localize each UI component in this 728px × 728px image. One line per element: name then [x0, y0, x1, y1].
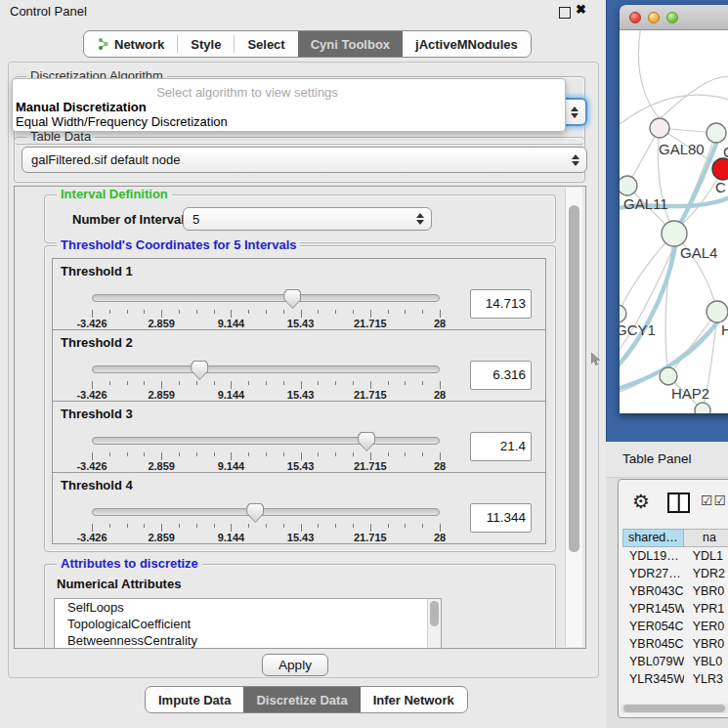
node-label-gcy1: GCY1 [620, 321, 656, 338]
node-gal4[interactable] [662, 221, 687, 246]
panel-scrollbar[interactable] [565, 188, 582, 647]
cell-shared-name[interactable]: YDR27… [622, 565, 684, 582]
table-row[interactable]: YDR27…YDR2 [622, 565, 728, 582]
node-table: shared… na YDL19…YDL1YDR27…YDR2YBR043CYB… [622, 529, 728, 687]
tab-infer-network[interactable]: Infer Network [361, 687, 467, 712]
cell-name[interactable]: YBL0 [684, 653, 728, 670]
threshold-4-value-field[interactable]: 11.344 [470, 503, 532, 533]
threshold-1-value-field[interactable]: 14.713 [470, 289, 532, 319]
slider-thumb[interactable] [358, 432, 375, 451]
cell-shared-name[interactable]: YBR043C [622, 582, 684, 600]
node-label-gal80: GAL80 [659, 141, 705, 157]
slider-thumb[interactable] [246, 503, 264, 523]
cell-shared-name[interactable]: YER054C [622, 618, 684, 635]
table-row[interactable]: YPR145WYPR1 [622, 600, 728, 618]
cell-shared-name[interactable]: YBR045C [622, 635, 684, 653]
cell-name[interactable]: YPR1 [684, 600, 728, 618]
network-canvas[interactable]: GAL80 GA C GAL11 GAL4 GCY1 HA HAP2 [620, 30, 728, 413]
close-traffic-light-icon[interactable] [629, 12, 641, 23]
table-data-group-title: Table Data [26, 130, 95, 144]
attributes-scrollbar-thumb[interactable] [430, 601, 439, 626]
threshold-4-slider[interactable]: -3.4262.8599.14415.4321.71528 [92, 502, 440, 541]
threshold-1-slider[interactable]: -3.4262.8599.14415.4321.71528 [92, 288, 440, 327]
threshold-3-panel: Threshold 3 -3.4262.8599.14415.4321.7152… [52, 401, 546, 473]
node-bottom[interactable] [695, 403, 710, 413]
threshold-4-label: Threshold 4 [61, 478, 133, 492]
node-gcy1[interactable] [620, 305, 626, 322]
column-header-shared-name[interactable]: shared… [622, 529, 684, 547]
table-data-combobox[interactable]: galFiltered.sif default node [21, 147, 587, 173]
cell-name[interactable]: YBR0 [684, 635, 728, 653]
tab-style[interactable]: Style [178, 31, 234, 57]
float-window-icon[interactable] [559, 7, 571, 19]
node-label-center-right: C [715, 179, 726, 195]
columns-icon[interactable] [667, 492, 690, 513]
cell-name[interactable]: YDR2 [684, 565, 728, 582]
slider-thumb[interactable] [191, 361, 208, 380]
node-right-mid[interactable] [707, 301, 728, 322]
slider-track[interactable] [92, 294, 440, 302]
slider-track[interactable] [92, 437, 440, 445]
slider-thumb[interactable] [283, 289, 301, 309]
mouse-cursor [591, 353, 601, 366]
threshold-3-value-field[interactable]: 21.4 [470, 432, 532, 461]
close-icon[interactable]: ✖ [576, 2, 586, 17]
table-row[interactable]: YER054CYER0 [622, 618, 728, 635]
slider-scale-labels: -3.4262.8599.14415.4321.71528 [92, 318, 440, 329]
attribute-item[interactable]: SelfLoops [55, 599, 441, 616]
attribute-rows: SelfLoopsTopologicalCoefficientBetweenne… [55, 599, 441, 649]
cell-name[interactable]: YDL1 [684, 547, 728, 565]
slider-ticks [92, 381, 440, 389]
table-row[interactable]: YBR043CYBR0 [622, 582, 728, 600]
tab-jactivemnodules[interactable]: jActiveMNodules [403, 31, 531, 57]
node-gal80[interactable] [650, 118, 669, 138]
cell-shared-name[interactable]: YLR345W [622, 670, 684, 687]
table-row[interactable]: YLR345WYLR3 [622, 670, 728, 687]
panel-scrollbar-thumb[interactable] [569, 205, 579, 552]
threshold-4-panel: Threshold 4 -3.4262.8599.14415.4321.7152… [52, 472, 546, 544]
tab-network[interactable]: Network [84, 31, 177, 57]
table-row[interactable]: YDL19…YDL1 [622, 547, 728, 565]
number-of-intervals-combobox[interactable]: 5 [183, 207, 432, 231]
slider-track[interactable] [92, 508, 440, 516]
node-gal11[interactable] [620, 176, 637, 195]
tab-select[interactable]: Select [235, 31, 297, 57]
threshold-3-slider[interactable]: -3.4262.8599.14415.4321.71528 [92, 431, 440, 470]
cell-name[interactable]: YBR0 [684, 582, 728, 600]
table-horizontal-scrollbar-thumb[interactable] [623, 705, 725, 712]
node-top-right[interactable] [707, 123, 726, 143]
attributes-scrollbar[interactable] [427, 599, 441, 649]
slider-scale-labels: -3.4262.8599.14415.4321.71528 [92, 389, 440, 401]
network-view-window[interactable]: GAL80 GA C GAL11 GAL4 GCY1 HA HAP2 [620, 5, 728, 413]
slider-track[interactable] [92, 365, 440, 373]
threshold-2-slider[interactable]: -3.4262.8599.14415.4321.71528 [92, 360, 440, 399]
cell-shared-name[interactable]: YDL19… [622, 547, 684, 565]
table-row[interactable]: YBL079WYBL0 [622, 653, 728, 670]
numerical-attributes-list[interactable]: SelfLoopsTopologicalCoefficientBetweenne… [54, 598, 442, 649]
thresholds-group: Threshold's Coordinates for 5 Intervals … [44, 245, 556, 552]
checkbox-filter-icons[interactable]: ☑☑ [701, 492, 727, 508]
network-window-titlebar[interactable] [620, 5, 728, 30]
cell-name[interactable]: YER0 [684, 618, 728, 635]
node-hap2[interactable] [660, 367, 677, 385]
tab-discretize-data[interactable]: Discretize Data [243, 687, 360, 712]
node-selected-red[interactable] [712, 158, 728, 180]
minimize-traffic-light-icon[interactable] [648, 12, 660, 23]
attribute-item[interactable]: BetweennessCentrality [55, 632, 441, 649]
gear-icon[interactable]: ⚙ [632, 490, 650, 513]
dropdown-option-equal-width[interactable]: Equal Width/Frequency Discretization [13, 114, 565, 129]
cell-name[interactable]: YLR3 [684, 670, 728, 687]
tab-impute-data[interactable]: Impute Data [146, 687, 243, 712]
threshold-2-label: Threshold 2 [61, 335, 133, 350]
attribute-item[interactable]: TopologicalCoefficient [55, 616, 441, 632]
cell-shared-name[interactable]: YBL079W [622, 653, 684, 670]
cell-shared-name[interactable]: YPR145W [622, 600, 684, 618]
apply-button[interactable]: Apply [262, 654, 328, 676]
dropdown-option-manual[interactable]: Manual Discretization [13, 100, 565, 114]
zoom-traffic-light-icon[interactable] [666, 12, 678, 23]
table-horizontal-scrollbar[interactable] [621, 704, 728, 713]
column-header-name[interactable]: na [684, 529, 728, 547]
tab-cyni-toolbox[interactable]: Cyni Toolbox [298, 31, 403, 57]
threshold-2-value-field[interactable]: 6.316 [470, 361, 532, 390]
table-row[interactable]: YBR045CYBR0 [622, 635, 728, 653]
